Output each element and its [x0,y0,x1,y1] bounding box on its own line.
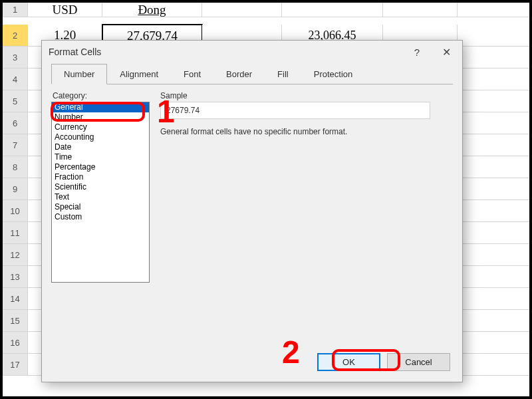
sample-label: Sample [160,91,450,100]
category-listbox[interactable]: General Number Currency Accounting Date … [51,102,150,283]
row-header-9[interactable]: 9 [3,178,28,200]
cell[interactable] [202,3,282,17]
cell[interactable] [458,200,532,222]
row-header-8[interactable]: 8 [3,156,28,178]
category-item-scientific[interactable]: Scientific [52,182,149,192]
cell[interactable] [458,90,532,112]
sample-group: Sample 27679.74 General format cells hav… [160,91,450,136]
cell[interactable] [458,47,532,68]
cell[interactable] [458,332,532,354]
row-header-17[interactable]: 17 [3,354,28,376]
row-header-14[interactable]: 14 [3,288,28,310]
tab-protection[interactable]: Protection [301,64,366,84]
cell[interactable] [458,68,532,90]
row-header-16[interactable]: 16 [3,332,28,354]
close-button[interactable]: ✕ [432,42,461,62]
help-button[interactable]: ? [402,42,432,62]
row-header-3[interactable]: 3 [3,47,28,68]
format-cells-dialog: Format Cells ? ✕ Number Alignment Font B… [41,40,463,382]
category-item-number[interactable]: Number [52,112,149,122]
category-item-fraction[interactable]: Fraction [52,172,149,182]
row-header-7[interactable]: 7 [3,134,28,156]
row-header-1[interactable]: 1 [3,3,28,17]
cell[interactable] [458,156,532,178]
cell[interactable] [458,244,532,266]
cell[interactable] [458,3,532,17]
tabpanel-number: Category: General Number Currency Accoun… [51,84,453,353]
tab-fill[interactable]: Fill [265,64,301,84]
row-header-15[interactable]: 15 [3,310,28,332]
cell[interactable] [458,134,532,156]
cell[interactable] [383,3,458,17]
tab-border[interactable]: Border [213,64,265,84]
cell[interactable] [282,3,383,17]
category-item-date[interactable]: Date [52,142,149,152]
category-item-text[interactable]: Text [52,192,149,202]
cell[interactable] [458,266,532,288]
cell[interactable] [458,178,532,200]
dialog-title: Format Cells [49,47,101,57]
sample-value: 27679.74 [160,102,430,119]
row-header-5[interactable]: 5 [3,90,28,112]
tab-number[interactable]: Number [51,64,107,84]
category-item-percentage[interactable]: Percentage [52,162,149,172]
row-header-12[interactable]: 12 [3,244,28,266]
row-header-13[interactable]: 13 [3,266,28,288]
category-item-general[interactable]: General [52,102,149,112]
category-item-currency[interactable]: Currency [52,122,149,132]
cell[interactable] [458,354,532,376]
cell[interactable] [458,222,532,244]
cell-b1[interactable]: USD [28,3,102,17]
row-header-10[interactable]: 10 [3,200,28,222]
category-item-time[interactable]: Time [52,152,149,162]
row-header-4[interactable]: 4 [3,68,28,90]
ok-button[interactable]: OK [317,353,380,371]
category-item-accounting[interactable]: Accounting [52,132,149,142]
cell[interactable] [458,112,532,134]
row-header-11[interactable]: 11 [3,222,28,244]
cell[interactable] [458,310,532,332]
cell-c1[interactable]: Đong [102,3,202,17]
dialog-tabs: Number Alignment Font Border Fill Protec… [42,64,462,84]
cell[interactable] [458,25,532,47]
tab-alignment[interactable]: Alignment [107,64,171,84]
row-header-6[interactable]: 6 [3,112,28,134]
dialog-titlebar[interactable]: Format Cells ? ✕ [42,41,462,63]
format-description: General format cells have no specific nu… [160,127,450,136]
category-item-custom[interactable]: Custom [52,212,149,222]
dialog-button-row: OK Cancel [42,353,462,382]
row-header-2[interactable]: 2 [3,25,28,47]
cell[interactable] [458,288,532,310]
tab-font[interactable]: Font [171,64,213,84]
cancel-button[interactable]: Cancel [387,353,450,371]
category-item-special[interactable]: Special [52,202,149,212]
